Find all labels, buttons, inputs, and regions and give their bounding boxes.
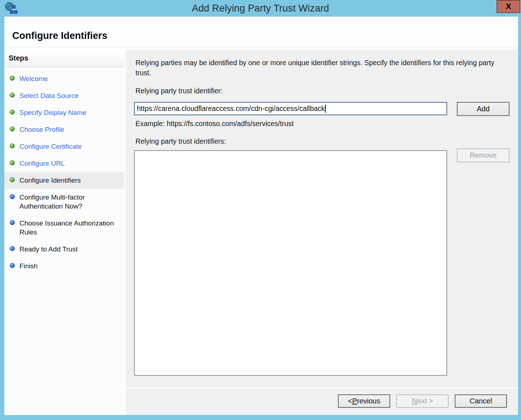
intro-text: Relying parties may be identified by one… bbox=[135, 58, 507, 78]
step-status-icon bbox=[10, 194, 15, 199]
identifiers-list-label: Relying party trust identifiers: bbox=[135, 137, 226, 146]
page-title: Configure Identifiers bbox=[12, 30, 107, 41]
sidebar-item-configure-certificate[interactable]: Configure Certificate bbox=[4, 138, 124, 155]
sidebar-item-configure-identifiers[interactable]: Configure Identifiers bbox=[4, 172, 124, 189]
previous-button[interactable]: < Previous bbox=[338, 394, 390, 408]
identifier-field-label: Relying party trust identifier: bbox=[135, 87, 223, 95]
next-button[interactable]: Next > bbox=[396, 394, 449, 408]
example-text: Example: https://fs.contoso.com/adfs/ser… bbox=[135, 120, 294, 128]
steps-list: Welcome Select Data Source Specify Displ… bbox=[4, 67, 124, 274]
identifier-input-value: https://carena.cloudflareaccess.com/cdn-… bbox=[137, 104, 325, 113]
identifier-input[interactable]: https://carena.cloudflareaccess.com/cdn-… bbox=[134, 102, 447, 115]
step-status-icon bbox=[10, 143, 15, 148]
sidebar-item-specify-display-name[interactable]: Specify Display Name bbox=[4, 104, 124, 121]
window-titlebar[interactable]: Add Relying Party Trust Wizard X bbox=[0, 0, 521, 17]
sidebar-item-select-data-source[interactable]: Select Data Source bbox=[4, 87, 124, 104]
text-cursor bbox=[325, 105, 326, 113]
next-label-accel: N bbox=[412, 397, 417, 405]
sidebar-item-choose-profile[interactable]: Choose Profile bbox=[4, 121, 124, 138]
close-button[interactable]: X bbox=[496, 0, 520, 13]
remove-button[interactable]: Remove bbox=[457, 148, 509, 162]
steps-sidebar: Steps Welcome Select Data Source Specify… bbox=[4, 50, 124, 415]
cancel-button[interactable]: Cancel bbox=[455, 394, 507, 408]
main-panel: Relying parties may be identified by one… bbox=[126, 50, 518, 387]
sidebar-item-choose-issuance-rules: Choose Issuance Authorization Rules bbox=[4, 215, 124, 241]
step-status-icon bbox=[10, 160, 15, 165]
step-status-icon bbox=[10, 263, 15, 268]
sidebar-item-configure-mfa: Configure Multi-factor Authentication No… bbox=[4, 189, 124, 215]
sidebar-item-welcome[interactable]: Welcome bbox=[4, 70, 124, 87]
sidebar-item-finish: Finish bbox=[4, 258, 124, 274]
identifiers-listbox[interactable] bbox=[134, 150, 447, 376]
step-status-icon bbox=[10, 76, 15, 81]
previous-label-rest: revious bbox=[357, 397, 380, 405]
previous-label-accel: P bbox=[352, 397, 357, 405]
wizard-window: Add Relying Party Trust Wizard X Configu… bbox=[0, 0, 521, 420]
page-header: Configure Identifiers bbox=[4, 17, 518, 48]
step-status-icon bbox=[10, 93, 15, 98]
add-button[interactable]: Add bbox=[457, 102, 509, 116]
window-title: Add Relying Party Trust Wizard bbox=[0, 0, 521, 17]
previous-label-prefix: < bbox=[348, 397, 352, 405]
step-status-icon bbox=[10, 246, 15, 251]
footer-bar: < Previous Next > Cancel bbox=[126, 388, 518, 415]
sidebar-item-ready-to-add-trust: Ready to Add Trust bbox=[4, 241, 124, 258]
step-status-icon bbox=[10, 220, 15, 225]
step-status-icon bbox=[10, 177, 15, 182]
steps-heading: Steps bbox=[4, 50, 124, 67]
window-body: Configure Identifiers Steps Welcome Sele… bbox=[4, 17, 518, 415]
sidebar-item-configure-url[interactable]: Configure URL bbox=[4, 155, 124, 172]
step-status-icon bbox=[10, 110, 15, 115]
next-label-rest: ext > bbox=[417, 397, 433, 405]
step-status-icon bbox=[10, 126, 15, 131]
